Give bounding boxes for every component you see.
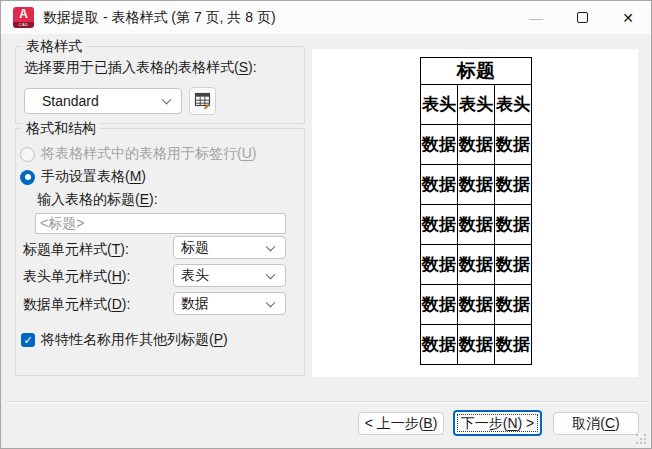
preview-header-cell: 表头	[495, 85, 532, 125]
table-style-group-title: 表格样式	[22, 38, 86, 56]
data-extraction-dialog: A CAD 数据提取 - 表格样式 (第 7 页, 共 8 页) — ✕ 表格样…	[0, 0, 652, 449]
close-button[interactable]: ✕	[605, 1, 651, 34]
use-property-names-checkbox[interactable]: ✓ 将特性名称用作其他列标题(P)	[21, 331, 228, 349]
title-cell-style-value: 标题	[181, 239, 209, 257]
chevron-down-icon	[266, 297, 276, 307]
preview-data-cell: 数据	[458, 325, 495, 365]
preview-data-row: 数据数据数据	[421, 205, 532, 245]
title-cell-style-select[interactable]: 标题	[173, 236, 286, 259]
data-cell-style-select[interactable]: 数据	[173, 292, 286, 315]
preview-data-cell: 数据	[421, 325, 458, 365]
cancel-button[interactable]: 取消(C)	[553, 412, 639, 435]
radio-use-style-table-label: 将表格样式中的表格用于标签行(U)	[41, 145, 256, 163]
table-style-group: 表格样式 选择要用于已插入表格的表格样式(S): Standard	[15, 46, 305, 124]
table-title-input-value: <标题>	[40, 215, 84, 233]
format-structure-group: 格式和结构 将表格样式中的表格用于标签行(U) 手动设置表格(M) 输入表格的标…	[15, 128, 305, 376]
radio-on-icon	[20, 170, 35, 185]
preview-data-cell: 数据	[495, 245, 532, 285]
preview-data-cell: 数据	[458, 165, 495, 205]
autocad-app-icon: A CAD	[13, 7, 34, 28]
format-structure-group-title: 格式和结构	[22, 120, 100, 138]
preview-data-row: 数据数据数据	[421, 245, 532, 285]
preview-data-cell: 数据	[421, 125, 458, 165]
radio-use-style-table: 将表格样式中的表格用于标签行(U)	[20, 145, 256, 163]
preview-data-cell: 数据	[421, 205, 458, 245]
preview-data-cell: 数据	[421, 245, 458, 285]
title-cell-style-label: 标题单元样式(T):	[23, 241, 129, 259]
data-cell-style-value: 数据	[181, 295, 209, 313]
preview-data-cell: 数据	[458, 125, 495, 165]
preview-data-cell: 数据	[421, 285, 458, 325]
preview-data-cell: 数据	[495, 165, 532, 205]
footer-separator	[5, 401, 649, 403]
autocad-icon-letter: A	[19, 7, 28, 22]
radio-manual-setup-label: 手动设置表格(M)	[41, 168, 146, 186]
data-cell-style-label: 数据单元样式(D):	[23, 296, 130, 314]
preview-header-row: 表头 表头 表头	[421, 85, 532, 125]
back-button[interactable]: < 上一步(B)	[358, 412, 444, 435]
checkbox-checked-icon: ✓	[21, 333, 35, 347]
preview-header-cell: 表头	[421, 85, 458, 125]
autocad-icon-sub: CAD	[19, 22, 29, 27]
preview-data-cell: 数据	[458, 205, 495, 245]
maximize-button[interactable]	[559, 1, 605, 34]
radio-manual-setup[interactable]: 手动设置表格(M)	[20, 168, 146, 186]
radio-off-icon	[20, 147, 35, 162]
table-style-icon	[194, 92, 212, 110]
resize-grip[interactable]	[636, 434, 646, 444]
chevron-down-icon	[266, 269, 276, 279]
use-property-names-label: 将特性名称用作其他列标题(P)	[41, 331, 228, 349]
preview-data-cell: 数据	[495, 325, 532, 365]
preview-title-row: 标题	[421, 58, 532, 85]
table-style-select-label: 选择要用于已插入表格的表格样式(S):	[24, 59, 257, 77]
header-cell-style-label: 表头单元样式(H):	[23, 268, 130, 286]
preview-table: 标题 表头 表头 表头 数据数据数据数据数据数据数据数据数据数据数据数据数据数据…	[420, 57, 532, 365]
preview-data-row: 数据数据数据	[421, 165, 532, 205]
header-cell-style-value: 表头	[181, 267, 209, 285]
table-title-input[interactable]: <标题>	[35, 213, 286, 234]
preview-data-row: 数据数据数据	[421, 325, 532, 365]
table-style-select[interactable]: Standard	[24, 88, 182, 114]
caption-buttons: — ✕	[513, 1, 651, 34]
header-cell-style-select[interactable]: 表头	[173, 264, 286, 287]
preview-data-cell: 数据	[495, 285, 532, 325]
preview-table-body: 数据数据数据数据数据数据数据数据数据数据数据数据数据数据数据数据数据数据	[421, 125, 532, 365]
table-preview-panel: 标题 表头 表头 表头 数据数据数据数据数据数据数据数据数据数据数据数据数据数据…	[312, 49, 638, 377]
chevron-down-icon	[266, 241, 276, 251]
preview-data-row: 数据数据数据	[421, 125, 532, 165]
preview-data-row: 数据数据数据	[421, 285, 532, 325]
preview-data-cell: 数据	[495, 125, 532, 165]
window-title: 数据提取 - 表格样式 (第 7 页, 共 8 页)	[43, 9, 276, 27]
table-style-dialog-button[interactable]	[189, 87, 216, 115]
preview-data-cell: 数据	[458, 285, 495, 325]
preview-data-cell: 数据	[421, 165, 458, 205]
maximize-icon	[577, 12, 588, 23]
table-title-label: 输入表格的标题(E):	[37, 191, 158, 209]
next-button[interactable]: 下一步(N) >	[453, 410, 542, 436]
preview-header-cell: 表头	[458, 85, 495, 125]
title-bar: A CAD 数据提取 - 表格样式 (第 7 页, 共 8 页) — ✕	[1, 1, 651, 34]
preview-data-cell: 数据	[458, 245, 495, 285]
minimize-button: —	[513, 1, 559, 34]
preview-data-cell: 数据	[495, 205, 532, 245]
table-style-select-value: Standard	[42, 93, 99, 109]
minimize-icon: —	[529, 10, 543, 26]
preview-title-cell: 标题	[421, 58, 532, 85]
chevron-down-icon	[162, 95, 172, 105]
close-icon: ✕	[622, 10, 634, 26]
